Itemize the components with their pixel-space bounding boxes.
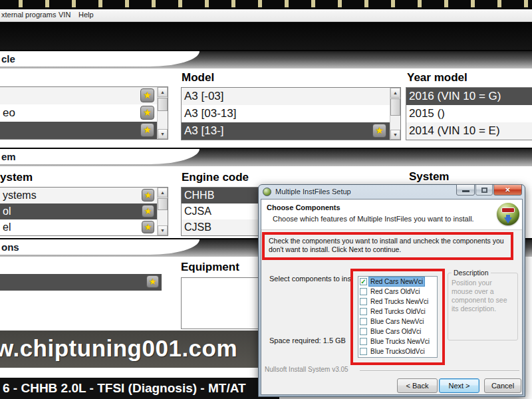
cancel-button[interactable]: Cancel	[484, 378, 521, 393]
favorite-star-button[interactable]	[140, 88, 154, 102]
year-model-list: 2016 (VIN 10 = G) 2015 () 2014 (VIN 10 =…	[406, 87, 532, 140]
top-toolbar-strip	[0, 0, 532, 9]
model-row-label: A3 [13-]	[184, 124, 224, 137]
year-row-label: 2016 (VIN 10 = G)	[409, 90, 501, 102]
footer-divider	[360, 370, 519, 372]
vehicle-list-scrollbar[interactable]	[157, 87, 168, 139]
year-row[interactable]: 2014 (VIN 10 = E)	[406, 122, 532, 140]
system-tab-label: em	[1, 151, 16, 162]
scrollbar-thumb[interactable]	[158, 198, 168, 210]
component-item[interactable]: Blue Trucks NewVci	[358, 336, 437, 346]
engine-row-label: CJSB	[184, 221, 211, 233]
favorite-star-button[interactable]	[146, 275, 159, 288]
next-button[interactable]: Next >	[439, 378, 479, 393]
dialog-header: Choose Components Choose which features …	[261, 200, 522, 230]
vehicle-row[interactable]: eo	[0, 104, 158, 122]
menu-help[interactable]: Help	[78, 11, 94, 19]
dialog-page-subtitle: Choose which features of Multiple InstFi…	[273, 215, 474, 223]
vehicle-row-selected[interactable]	[0, 122, 158, 139]
model-row-label: A3 [-03]	[184, 90, 224, 102]
component-item-selected[interactable]: Red Cars NewVci	[358, 277, 437, 287]
scroll-down-arrow[interactable]	[390, 130, 400, 140]
favorite-star-button[interactable]	[142, 221, 154, 233]
nsis-banner	[501, 207, 515, 213]
component-item[interactable]: Red Turcks OldVci	[358, 307, 437, 317]
vehicle-tab: cle	[0, 51, 200, 66]
system-tab: em	[0, 149, 200, 164]
dialog-titlebar[interactable]: Multiple InstFiles Setup ✕	[259, 185, 525, 199]
favorite-star-button[interactable]	[372, 124, 386, 138]
maximize-icon	[481, 188, 487, 193]
instruction-highlight-box: Check the components you want to install…	[262, 232, 513, 260]
vehicle-row-label: eo	[3, 106, 15, 119]
component-item[interactable]: Blue TrucksOldVci	[358, 346, 437, 356]
main-system-header: ystem	[0, 171, 33, 184]
component-label: Blue Trucks NewVci	[369, 337, 431, 346]
system-row[interactable]: ystems	[0, 188, 158, 203]
model-row-selected[interactable]: A3 [13-]	[182, 122, 390, 140]
component-label: Blue TrucksOldVci	[369, 347, 426, 356]
minimize-button[interactable]	[456, 184, 475, 196]
scroll-up-arrow[interactable]	[390, 88, 400, 98]
component-label: Red Cars NewVci	[369, 277, 424, 286]
scrollbar-thumb[interactable]	[158, 98, 168, 111]
favorite-star-button[interactable]	[142, 189, 154, 201]
header-black-band	[0, 22, 532, 50]
scroll-up-arrow[interactable]	[158, 87, 168, 97]
nsis-installer-icon	[497, 203, 519, 225]
dialog-title: Multiple InstFiles Setup	[275, 188, 351, 196]
component-item[interactable]: Blue Cars OldVci	[358, 327, 437, 336]
close-button[interactable]: ✕	[493, 184, 522, 196]
checkbox-checked[interactable]	[360, 278, 367, 285]
component-item[interactable]: Red Trucks NewVci	[358, 297, 437, 307]
menu-vin[interactable]: VIN	[59, 11, 70, 19]
model-row[interactable]: A3 [-03]	[182, 88, 390, 105]
checkbox-unchecked[interactable]	[360, 338, 367, 345]
scroll-down-arrow[interactable]	[158, 129, 168, 139]
checkbox-unchecked[interactable]	[360, 328, 367, 335]
vehicle-row[interactable]	[0, 87, 158, 104]
system-section-band: em	[0, 148, 532, 166]
scroll-up-arrow[interactable]	[158, 188, 168, 198]
checkbox-unchecked[interactable]	[360, 288, 367, 295]
system-list-scrollbar[interactable]	[157, 188, 168, 235]
description-text: Position your mouse over a component to …	[452, 279, 514, 313]
favorite-star-button[interactable]	[142, 205, 154, 217]
system-row[interactable]: el	[0, 219, 158, 235]
checkbox-unchecked[interactable]	[360, 318, 367, 325]
model-row-label: A3 [03-13]	[184, 107, 236, 120]
vehicle-section-band: cle	[0, 50, 532, 68]
system-row-selected[interactable]: ol	[0, 203, 158, 219]
model-list-scrollbar[interactable]	[390, 88, 400, 140]
installer-dialog: Multiple InstFiles Setup ✕ Choose Compon…	[258, 184, 525, 397]
maximize-button[interactable]	[475, 184, 493, 196]
nsis-brand-text: Nullsoft Install System v3.05	[265, 366, 348, 373]
selected-function-row[interactable]	[0, 274, 162, 291]
model-row[interactable]: A3 [03-13]	[182, 105, 390, 122]
component-item[interactable]: Red Cars OldVci	[358, 287, 437, 297]
back-button[interactable]: < Back	[397, 378, 438, 393]
scrollbar-thumb[interactable]	[390, 98, 400, 116]
component-item[interactable]: Blue Cars NewVci	[358, 317, 437, 327]
description-title: Description	[452, 269, 491, 277]
minimize-icon	[462, 190, 469, 192]
vehicle-list: eo	[0, 86, 168, 140]
watermark-text: w.chiptuning001.com	[0, 335, 237, 362]
component-label: Blue Cars NewVci	[369, 317, 426, 326]
system-row-label: ystems	[3, 190, 37, 201]
checkbox-unchecked[interactable]	[360, 298, 367, 305]
favorite-star-button[interactable]	[140, 123, 154, 137]
toolbar-icons-strip	[0, 0, 532, 7]
year-model-header: Year model	[407, 71, 467, 84]
favorite-star-button[interactable]	[140, 106, 154, 120]
year-row[interactable]: 2015 ()	[406, 105, 532, 122]
select-components-label: Select components to install:	[269, 275, 362, 283]
menu-external-programs[interactable]: xternal programs	[1, 11, 57, 19]
system-row-label: ol	[3, 205, 11, 217]
checkbox-unchecked[interactable]	[360, 308, 367, 315]
scroll-down-arrow[interactable]	[158, 225, 168, 235]
year-row-selected[interactable]: 2016 (VIN 10 = G)	[406, 88, 532, 105]
status-bar-text: 6 - CHHB 2.0L - TFSI (Diagnosis) - MT/AT	[3, 381, 246, 396]
checkbox-unchecked[interactable]	[360, 348, 367, 355]
status-bar: 6 - CHHB 2.0L - TFSI (Diagnosis) - MT/AT	[0, 378, 279, 399]
